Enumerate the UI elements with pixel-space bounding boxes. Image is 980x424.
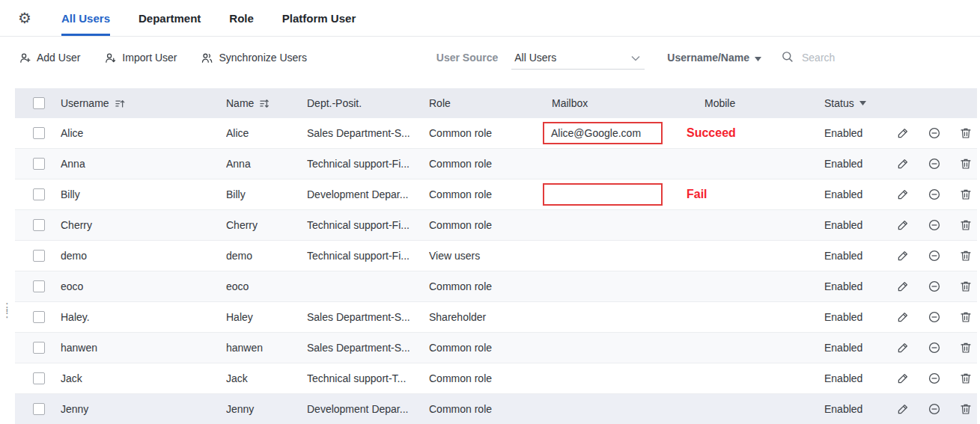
row-checkbox[interactable] xyxy=(33,250,45,262)
cell-status: Enabled xyxy=(824,250,896,262)
cell-mailbox xyxy=(552,153,704,175)
row-checkbox[interactable] xyxy=(33,280,45,292)
edit-icon[interactable] xyxy=(896,157,910,170)
cell-dept: Sales Department-S... xyxy=(307,342,429,354)
column-header-name: Name xyxy=(226,97,307,109)
cell-name: Jenny xyxy=(226,403,307,415)
cell-status: Enabled xyxy=(824,342,896,354)
select-all-checkbox[interactable] xyxy=(33,97,45,109)
cell-username: Jack xyxy=(61,372,226,384)
disable-icon[interactable] xyxy=(928,157,941,170)
row-checkbox[interactable] xyxy=(33,188,45,200)
cell-role: Shareholder xyxy=(429,311,552,323)
cell-name: Cherry xyxy=(226,219,307,231)
disable-icon[interactable] xyxy=(928,188,941,201)
tab-label: Role xyxy=(229,12,254,25)
table-row: Jenny Jenny Development Depar... Common … xyxy=(15,394,977,424)
cell-status: Enabled xyxy=(824,127,896,139)
synchronize-users-button[interactable]: Synchronize Users xyxy=(201,52,307,64)
disable-icon[interactable] xyxy=(928,126,941,140)
cell-mailbox: Alice@Google.com xyxy=(552,122,704,144)
cell-dept: Sales Department-S... xyxy=(307,311,429,323)
import-user-button[interactable]: Import User xyxy=(104,52,177,64)
delete-icon[interactable] xyxy=(959,218,973,232)
table-row: demo demo Technical support-Fi... View u… xyxy=(15,241,977,271)
disable-icon[interactable] xyxy=(928,280,941,293)
disable-icon[interactable] xyxy=(928,310,941,324)
cell-username: demo xyxy=(61,250,226,262)
row-checkbox[interactable] xyxy=(33,342,45,354)
row-checkbox[interactable] xyxy=(33,311,45,323)
cell-username: hanwen xyxy=(61,342,226,354)
search-box[interactable] xyxy=(781,50,962,65)
tab-label: Department xyxy=(139,12,201,25)
cell-role: Common role xyxy=(429,158,552,170)
filter-field-label: Username/Name xyxy=(667,52,749,64)
cell-name: eoco xyxy=(226,280,307,292)
delete-icon[interactable] xyxy=(959,341,973,354)
sort-icon[interactable] xyxy=(115,98,126,109)
cell-dept: Sales Department-S... xyxy=(307,127,429,139)
top-tab-bar: ⚙ All Users Department Role Platform Use… xyxy=(0,0,980,37)
add-user-button[interactable]: Add User xyxy=(19,52,80,64)
delete-icon[interactable] xyxy=(959,188,973,201)
disable-icon[interactable] xyxy=(928,249,941,262)
cell-username: Cherry xyxy=(61,219,226,231)
tab-all-users[interactable]: All Users xyxy=(61,0,110,36)
table-row: Alice Alice Sales Department-S... Common… xyxy=(15,118,977,149)
drag-handle-dots-icon[interactable]: ⋮⋮ xyxy=(1,304,13,316)
settings-gear-icon[interactable]: ⚙ xyxy=(18,10,31,25)
cell-actions xyxy=(896,280,980,293)
delete-icon[interactable] xyxy=(959,280,973,293)
row-checkbox[interactable] xyxy=(33,219,45,231)
chevron-down-icon xyxy=(631,52,640,64)
edit-icon[interactable] xyxy=(896,402,910,416)
edit-icon[interactable] xyxy=(896,372,910,385)
cell-actions xyxy=(896,310,980,324)
delete-icon[interactable] xyxy=(959,126,973,140)
delete-icon[interactable] xyxy=(959,157,973,170)
delete-icon[interactable] xyxy=(959,310,973,324)
cell-name: Haley xyxy=(226,311,307,323)
column-label: Mobile xyxy=(704,97,735,109)
tab-role[interactable]: Role xyxy=(229,0,254,36)
edit-icon[interactable] xyxy=(896,126,910,140)
delete-icon[interactable] xyxy=(959,249,973,262)
disable-icon[interactable] xyxy=(928,402,941,416)
delete-icon[interactable] xyxy=(959,402,973,416)
edit-icon[interactable] xyxy=(896,218,910,232)
disable-icon[interactable] xyxy=(928,372,941,385)
cell-username: Anna xyxy=(61,158,226,170)
row-checkbox[interactable] xyxy=(33,403,45,415)
column-label: Name xyxy=(226,97,254,109)
user-source-label: User Source xyxy=(436,52,498,64)
disable-icon[interactable] xyxy=(928,341,941,354)
cell-username: eoco xyxy=(61,280,226,292)
disable-icon[interactable] xyxy=(928,218,941,232)
cell-dept: Technical support-Fi... xyxy=(307,250,429,262)
status-filter-icon[interactable] xyxy=(859,101,866,105)
edit-icon[interactable] xyxy=(896,341,910,354)
mailbox-annotation-box xyxy=(543,183,663,206)
tab-platform-user[interactable]: Platform User xyxy=(282,0,356,36)
edit-icon[interactable] xyxy=(896,280,910,293)
cell-status: Enabled xyxy=(824,280,896,292)
row-checkbox[interactable] xyxy=(33,158,45,170)
tab-department[interactable]: Department xyxy=(139,0,201,36)
cell-actions xyxy=(896,402,980,416)
delete-icon[interactable] xyxy=(959,372,973,385)
row-checkbox[interactable] xyxy=(33,372,45,384)
tab-label: All Users xyxy=(61,12,110,25)
row-checkbox[interactable] xyxy=(33,127,45,139)
cell-username: Billy xyxy=(61,188,226,200)
search-input[interactable] xyxy=(800,51,962,64)
user-source-select[interactable]: All Users xyxy=(511,46,645,70)
cell-role: Common role xyxy=(429,280,552,292)
table-row: Cherry Cherry Technical support-Fi... Co… xyxy=(15,210,977,241)
edit-icon[interactable] xyxy=(896,310,910,324)
cell-name: hanwen xyxy=(226,342,307,354)
username-name-filter-dropdown[interactable]: Username/Name xyxy=(667,52,761,64)
sort-icon[interactable] xyxy=(259,98,270,109)
edit-icon[interactable] xyxy=(896,249,910,262)
edit-icon[interactable] xyxy=(896,188,910,201)
